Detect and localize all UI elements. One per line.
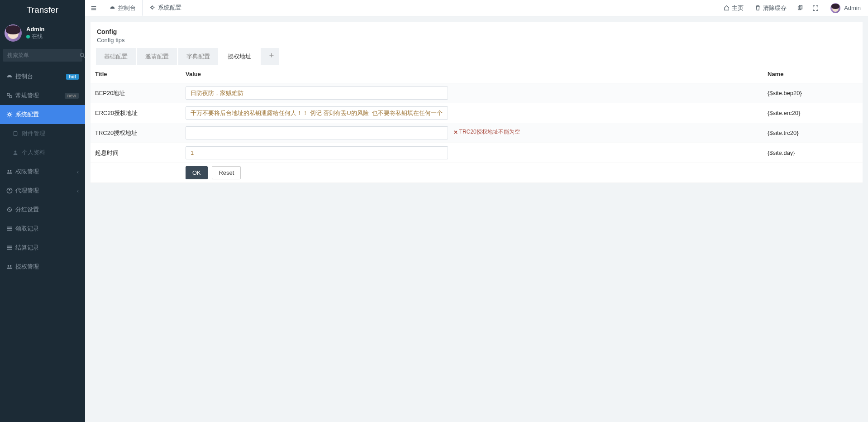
sidebar-item-permissions[interactable]: 权限管理 ‹ [0, 162, 85, 181]
cfg-tab-basic[interactable]: 基础配置 [96, 48, 136, 65]
svg-point-20 [8, 265, 10, 267]
svg-rect-15 [7, 228, 12, 229]
status-dot-icon [26, 35, 30, 38]
topbar-user[interactable]: Admin [823, 0, 868, 16]
avatar [5, 24, 22, 42]
user-circle-icon [6, 187, 15, 194]
search-icon[interactable] [80, 53, 85, 58]
button-row: OK Reset [91, 163, 863, 183]
toggle-sidebar-button[interactable] [85, 0, 103, 16]
svg-point-5 [8, 113, 10, 115]
topbar: 控制台 系统配置 主页 清除缓存 Adm [85, 0, 868, 16]
svg-point-3 [7, 93, 10, 96]
sidebar-menu: 控制台 hot 常规管理 new 系统配置 附件管理 个人资料 权限管理 ‹ 代… [0, 67, 85, 276]
panel-subtitle: Config tips [97, 37, 856, 43]
trash-icon [755, 5, 761, 11]
erc20-input[interactable] [186, 106, 448, 120]
sidebar-item-claim-records[interactable]: 领取记录 [0, 219, 85, 238]
svg-point-0 [81, 53, 84, 57]
tab-system-config[interactable]: 系统配置 [143, 0, 188, 16]
bars-icon [91, 5, 97, 11]
fullscreen-button[interactable] [808, 0, 823, 16]
svg-rect-16 [7, 230, 12, 231]
dashboard-icon [110, 5, 115, 11]
svg-point-21 [10, 265, 12, 267]
bep20-input[interactable] [186, 86, 448, 100]
sidebar-item-dividend[interactable]: 分红设置 [0, 200, 85, 219]
config-panel: Config Config tips 基础配置 邀请配置 字典配置 授权地址 T… [91, 22, 863, 183]
avatar [830, 3, 840, 13]
config-table: Title Value Name BEP20地址 {$site.bep20} E… [91, 65, 863, 183]
badge-new: new [65, 93, 79, 99]
sidebar-item-attachment[interactable]: 附件管理 [0, 124, 85, 143]
main: 控制台 系统配置 主页 清除缓存 Adm [85, 0, 868, 422]
home-button[interactable]: 主页 [718, 0, 749, 16]
copy-button[interactable] [792, 0, 808, 16]
day-input[interactable] [186, 146, 448, 159]
svg-rect-14 [7, 227, 12, 228]
chevron-left-icon: ‹ [77, 168, 79, 175]
svg-point-8 [8, 170, 10, 172]
user-name: Admin [26, 26, 44, 33]
expand-icon [812, 5, 819, 11]
col-value: Value [181, 65, 763, 83]
list-icon [6, 225, 15, 232]
table-row: BEP20地址 {$site.bep20} [91, 83, 863, 103]
svg-line-13 [8, 208, 10, 211]
ok-button[interactable]: OK [186, 166, 208, 179]
svg-rect-6 [14, 132, 17, 136]
svg-point-9 [10, 170, 12, 172]
search-box[interactable] [3, 49, 82, 62]
sidebar-item-profile[interactable]: 个人资料 [0, 143, 85, 162]
sidebar-item-dashboard[interactable]: 控制台 hot [0, 67, 85, 86]
svg-point-7 [14, 151, 17, 153]
home-icon [724, 5, 730, 11]
user-panel[interactable]: Admin 在线 [0, 20, 85, 46]
row-title: TRC20授权地址 [91, 123, 181, 143]
sidebar-item-agent[interactable]: 代理管理 ‹ [0, 181, 85, 200]
table-row: ERC20授权地址 {$site.erc20} [91, 103, 863, 123]
svg-point-11 [9, 189, 10, 191]
brand-logo[interactable]: Transfer [0, 0, 85, 20]
group-icon [6, 168, 15, 175]
trc20-input[interactable] [186, 126, 448, 139]
badge-hot: hot [66, 74, 79, 80]
cfg-tab-add[interactable] [261, 48, 279, 65]
row-name: {$site.bep20} [763, 83, 863, 103]
svg-rect-17 [7, 246, 12, 247]
panel-title: Config [97, 28, 856, 35]
config-tabs: 基础配置 邀请配置 字典配置 授权地址 [91, 48, 863, 65]
row-title: 起息时间 [91, 143, 181, 163]
cfg-tab-dict[interactable]: 字典配置 [178, 48, 218, 65]
svg-line-1 [83, 56, 85, 58]
list-icon [6, 245, 15, 251]
row-title: BEP20地址 [91, 83, 181, 103]
chevron-left-icon: ‹ [77, 187, 79, 194]
row-name: {$site.trc20} [763, 123, 863, 143]
sidebar-item-system-config[interactable]: 系统配置 [0, 105, 85, 124]
cogs-icon [6, 92, 15, 99]
gear-icon [6, 111, 15, 118]
sidebar-item-settlement-records[interactable]: 结算记录 [0, 238, 85, 257]
clear-cache-button[interactable]: 清除缓存 [749, 0, 792, 16]
search-input[interactable] [3, 49, 80, 62]
close-icon [453, 130, 458, 134]
col-title: Title [91, 65, 181, 83]
sidebar-item-general[interactable]: 常规管理 new [0, 86, 85, 105]
plus-icon [269, 53, 274, 58]
gear-icon [149, 5, 155, 10]
row-name: {$site.day} [763, 143, 863, 163]
svg-point-22 [151, 6, 153, 9]
dashboard-icon [6, 73, 15, 80]
svg-rect-18 [7, 247, 12, 248]
user-status: 在线 [26, 33, 44, 40]
sidebar-item-auth[interactable]: 授权管理 [0, 257, 85, 276]
tab-dashboard[interactable]: 控制台 [103, 0, 143, 16]
sidebar: Transfer Admin 在线 控制台 hot 常规管理 new [0, 0, 85, 422]
cfg-tab-auth-address[interactable]: 授权地址 [219, 48, 259, 65]
reset-button[interactable]: Reset [212, 166, 241, 179]
cfg-tab-invite[interactable]: 邀请配置 [137, 48, 177, 65]
group-icon [6, 264, 15, 270]
circle-icon [6, 206, 15, 213]
table-row: TRC20授权地址 TRC20授权地址不能为空 {$site.trc20} [91, 123, 863, 143]
